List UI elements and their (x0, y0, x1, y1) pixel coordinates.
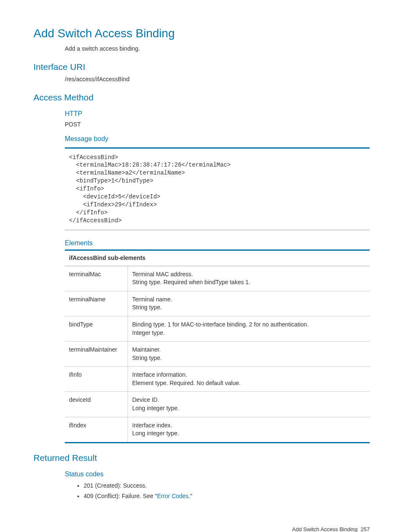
page-title: Add Switch Access Binding (33, 25, 370, 41)
element-name: terminalMac (65, 266, 128, 291)
status-code-item: 409 (Conflict): Failure. See "Error Code… (84, 492, 370, 501)
table-row: bindTypeBinding type. 1 for MAC-to-inter… (65, 316, 370, 341)
table-row: ifIndexInterface index.Long integer type… (65, 417, 370, 442)
code-block: <ifAccessBind> <terminalMac>18:28:38:47:… (65, 147, 370, 230)
elements-label: Elements (65, 239, 370, 248)
returned-result-heading: Returned Result (33, 452, 370, 464)
element-description: Device ID.Long integer type. (128, 392, 370, 417)
element-description: Interface index.Long integer type. (128, 417, 370, 442)
message-body-label: Message body (65, 134, 370, 144)
interface-uri-heading: Interface URI (33, 61, 370, 73)
http-label: HTTP (65, 109, 370, 118)
page-description: Add a switch access binding. (65, 45, 370, 53)
element-description: Binding type. 1 for MAC-to-interface bin… (128, 316, 370, 341)
table-row: terminalNameTerminal name.String type. (65, 291, 370, 316)
element-name: ifInfo (65, 367, 128, 392)
table-row: terminalMaintainerMaintainer.String type… (65, 342, 370, 367)
table-header: ifAccessBind sub-elements (65, 250, 370, 266)
table-row: deviceIdDevice ID.Long integer type. (65, 392, 370, 417)
footer-title: Add Switch Access Binding (292, 526, 358, 532)
page-footer: Add Switch Access Binding 257 (33, 526, 370, 532)
element-description: Maintainer.String type. (128, 342, 370, 367)
status-codes-label: Status codes (65, 470, 370, 479)
status-code-item: 201 (Created): Success. (84, 482, 370, 490)
element-description: Interface information.Element type. Requ… (128, 367, 370, 392)
table-row: terminalMacTerminal MAC address.String t… (65, 266, 370, 291)
http-value: POST (65, 121, 370, 129)
status-codes-list: 201 (Created): Success.409 (Conflict): F… (75, 482, 370, 501)
access-method-heading: Access Method (33, 91, 370, 103)
elements-table: ifAccessBind sub-elements terminalMacTer… (65, 249, 370, 443)
element-name: deviceId (65, 392, 128, 417)
element-name: bindType (65, 316, 128, 341)
interface-uri-value: /res/access/ifAccessBind (65, 75, 370, 84)
table-row: ifInfoInterface information.Element type… (65, 367, 370, 392)
element-name: terminalName (65, 291, 128, 316)
error-codes-link[interactable]: Error Codes (157, 493, 188, 499)
element-name: ifIndex (65, 417, 128, 442)
footer-page: 257 (361, 526, 370, 532)
element-description: Terminal MAC address.String type. Requir… (128, 266, 370, 291)
element-description: Terminal name.String type. (128, 291, 370, 316)
element-name: terminalMaintainer (65, 342, 128, 367)
